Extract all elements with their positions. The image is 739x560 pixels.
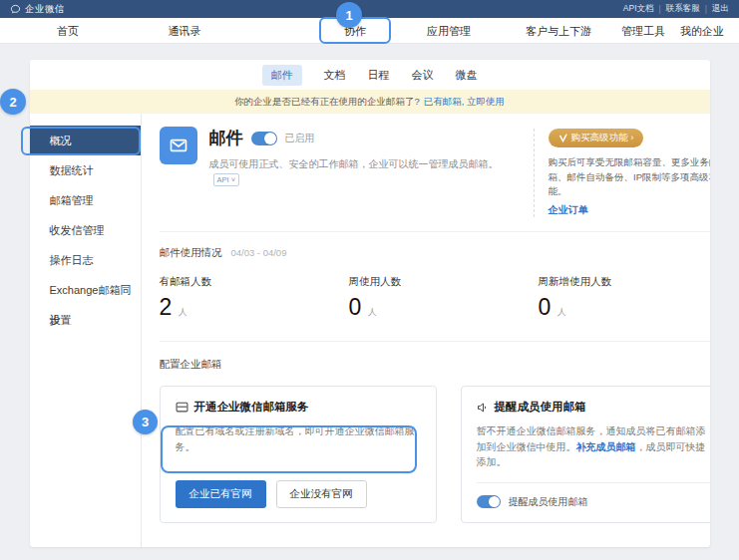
nav-tab-apps[interactable]: 应用管理	[427, 18, 471, 44]
stat-label: 周使用人数	[349, 275, 539, 289]
sidebar-item-settings[interactable]: 设置	[30, 305, 141, 335]
remind-toggle-label: 提醒成员使用邮箱	[509, 495, 588, 509]
config-section-title: 配置企业邮箱	[160, 358, 710, 372]
sidebar-item-mailbox-management[interactable]: 邮箱管理	[30, 185, 141, 215]
supplement-mailbox-link[interactable]: 补充成员邮箱	[576, 441, 636, 452]
buy-premium-label: 购买高级功能 ›	[571, 132, 634, 144]
mail-enabled-toggle[interactable]	[251, 132, 277, 145]
top-bar: 企业微信 API文档 | 联系客服 | 退出	[0, 0, 739, 18]
annotation-marker-2: 2	[0, 89, 26, 115]
divider: |	[705, 4, 707, 14]
stat-value: 0	[539, 294, 552, 320]
subtab-mail[interactable]: 邮件	[262, 65, 302, 86]
content-row: 概况 数据统计 邮箱管理 收发信管理 操作日志 Exchange邮箱同步 设置 …	[30, 114, 710, 547]
config-cards: 开通企业微信邮箱服务 配置已有域名或注册新域名，即可开通企业微信邮箱服务。 企业…	[160, 386, 710, 547]
stat-value: 0	[349, 294, 362, 320]
sidebar-item-operation-log[interactable]: 操作日志	[30, 245, 141, 275]
mail-info: 邮件 已启用 成员可使用正式、安全的工作邮箱，企业可以统一管理成员邮箱。API …	[160, 127, 524, 217]
mail-envelope-icon	[160, 127, 197, 164]
activate-card-desc: 配置已有域名或注册新域名，即可开通企业微信邮箱服务。	[176, 423, 421, 454]
nav-tab-my-company[interactable]: 我的企业	[680, 18, 724, 44]
section-divider	[160, 231, 710, 232]
premium-panel: 购买高级功能 › 购买后可享受无限邮箱容量、更多业务邮箱、邮件自动备份、IP限制…	[549, 127, 710, 217]
notice-bar: 你的企业是否已经有正在使用的企业邮箱了? 已有邮箱, 立即使用	[30, 90, 710, 114]
subtab-schedule[interactable]: 日程	[368, 68, 390, 83]
stat-unit: 人	[179, 307, 187, 317]
nav-tab-customers[interactable]: 客户与上下游	[526, 18, 591, 44]
sub-tabs: 邮件 文档 日程 会议 微盘	[30, 60, 710, 90]
premium-description: 购买后可享受无限邮箱容量、更多业务邮箱、邮件自动备份、IP限制等多项高级功能。	[549, 155, 710, 199]
sidebar-item-send-receive[interactable]: 收发信管理	[30, 215, 141, 245]
contact-support-link[interactable]: 联系客服	[666, 3, 700, 15]
envelope-outline-icon	[176, 402, 188, 413]
mail-desc-text: 成员可使用正式、安全的工作邮箱，企业可以统一管理成员邮箱。	[209, 158, 499, 169]
remind-card-title: 提醒成员使用邮箱	[495, 400, 586, 415]
subtab-drive[interactable]: 微盘	[456, 68, 478, 83]
has-website-button[interactable]: 企业已有官网	[176, 480, 266, 508]
section-divider	[160, 341, 710, 342]
api-docs-link[interactable]: API文档	[623, 3, 654, 15]
sidebar-item-statistics[interactable]: 数据统计	[30, 155, 141, 185]
stat-unit: 人	[368, 307, 377, 317]
sidebar-item-exchange-sync[interactable]: Exchange邮箱同步	[30, 275, 141, 305]
activate-mail-card: 开通企业微信邮箱服务 配置已有域名或注册新域名，即可开通企业微信邮箱服务。 企业…	[160, 386, 437, 523]
activate-card-title: 开通企业微信邮箱服务	[194, 400, 309, 415]
usage-header: 邮件使用情况 04/03 - 04/09	[160, 246, 710, 260]
subtab-docs[interactable]: 文档	[324, 68, 346, 83]
stat-unit: 人	[557, 307, 566, 317]
nav-tab-contacts[interactable]: 通讯录	[169, 18, 201, 44]
stat-weekly-new: 周新增使用人数 0 人	[539, 275, 710, 321]
divider: |	[659, 4, 661, 14]
nav-tab-home[interactable]: 首页	[57, 18, 79, 44]
annotation-marker-1: 1	[336, 2, 362, 28]
sidebar: 概况 数据统计 邮箱管理 收发信管理 操作日志 Exchange邮箱同步 设置	[30, 114, 142, 547]
notice-link[interactable]: 已有邮箱, 立即使用	[424, 96, 505, 109]
stat-label: 周新增使用人数	[539, 275, 710, 289]
app-title: 企业微信	[25, 3, 65, 16]
card-divider	[477, 482, 710, 483]
sidebar-item-overview[interactable]: 概况	[30, 126, 141, 155]
remind-members-toggle[interactable]	[477, 495, 501, 508]
subtab-meeting[interactable]: 会议	[412, 68, 434, 83]
logout-link[interactable]: 退出	[712, 3, 729, 15]
annotation-marker-3: 3	[133, 410, 158, 434]
topbar-links: API文档 | 联系客服 | 退出	[623, 3, 729, 15]
main-panel: 邮件 已启用 成员可使用正式、安全的工作邮箱，企业可以统一管理成员邮箱。API …	[142, 114, 710, 547]
remind-card-desc: 暂不开通企业微信邮箱服务，通知成员将已有邮箱添加到企业微信中使用。补充成员邮箱，…	[477, 423, 710, 470]
api-dropdown-badge[interactable]: API ˅	[213, 173, 240, 186]
stat-value: 2	[160, 294, 173, 320]
usage-stats: 有邮箱人数 2 人 周使用人数 0 人 周新增使用人数 0	[160, 275, 710, 321]
dashed-divider	[534, 129, 535, 217]
mail-description: 成员可使用正式、安全的工作邮箱，企业可以统一管理成员邮箱。API ˅	[209, 156, 524, 186]
buy-premium-button[interactable]: 购买高级功能 ›	[549, 129, 644, 147]
spark-v-icon	[558, 134, 567, 142]
mail-overview-section: 邮件 已启用 成员可使用正式、安全的工作邮箱，企业可以统一管理成员邮箱。API …	[160, 127, 710, 217]
stat-weekly-active: 周使用人数 0 人	[349, 275, 539, 321]
app-logo: 企业微信	[10, 3, 65, 16]
nav-tab-admin-tools[interactable]: 管理工具	[621, 18, 665, 44]
domain-buttons: 企业已有官网 企业没有官网	[176, 480, 421, 508]
notice-text: 你的企业是否已经有正在使用的企业邮箱了?	[234, 96, 420, 109]
mail-status-label: 已启用	[285, 132, 315, 145]
no-website-button[interactable]: 企业没有官网	[276, 480, 367, 508]
remind-members-card: 提醒成员使用邮箱 暂不开通企业微信邮箱服务，通知成员将已有邮箱添加到企业微信中使…	[461, 386, 710, 523]
usage-date-range: 04/03 - 04/09	[230, 247, 286, 258]
megaphone-icon	[477, 402, 489, 414]
content-card: 邮件 文档 日程 会议 微盘 你的企业是否已经有正在使用的企业邮箱了? 已有邮箱…	[30, 60, 710, 547]
wework-bubble-icon	[10, 4, 21, 15]
stat-mailbox-users: 有邮箱人数 2 人	[160, 275, 349, 321]
main-nav: 首页 通讯录 协作 应用管理 客户与上下游 管理工具 我的企业	[0, 18, 739, 44]
usage-title: 邮件使用情况	[160, 246, 222, 258]
mail-title: 邮件	[209, 127, 243, 149]
enterprise-orders-link[interactable]: 企业订单	[549, 203, 588, 217]
stat-label: 有邮箱人数	[160, 275, 349, 289]
